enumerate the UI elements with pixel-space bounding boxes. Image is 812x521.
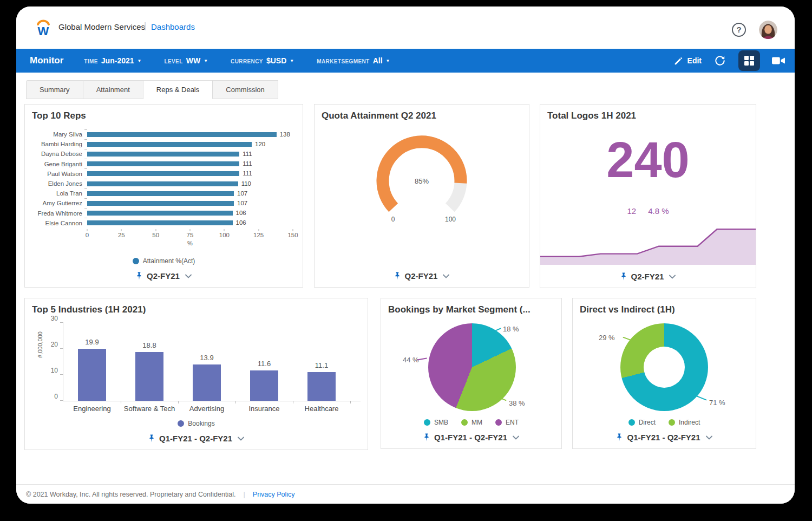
rep-bar[interactable] xyxy=(87,152,239,157)
video-button[interactable] xyxy=(772,54,785,67)
filter-level[interactable]: LEVEL WW ▼ xyxy=(164,56,208,65)
edit-button[interactable]: Edit xyxy=(674,56,702,66)
pin-selector[interactable]: Q1-FY21 - Q2-FY21 xyxy=(25,434,368,443)
x-axis-tick xyxy=(121,401,121,403)
y-axis-label: 10 xyxy=(51,367,58,374)
rep-value: 106 xyxy=(236,210,246,216)
industry-label: Software & Tech xyxy=(124,405,175,413)
tab-commission[interactable]: Commission xyxy=(213,80,278,99)
pin-selector[interactable]: Q2-FY21 xyxy=(315,271,529,281)
card-title: Direct vs Indirect (1H) xyxy=(580,304,675,315)
rep-row: Bambi Harding120 xyxy=(31,139,293,149)
rep-bar[interactable] xyxy=(87,181,238,186)
rep-name: Freda Whitmore xyxy=(31,210,87,217)
segment-pie-chart[interactable] xyxy=(428,323,516,411)
chevron-down-icon[interactable] xyxy=(185,274,192,278)
rep-bar[interactable] xyxy=(87,142,252,147)
legend-dot xyxy=(669,419,675,426)
kpi-big-number: 240 xyxy=(540,135,756,185)
legend-item: Direct xyxy=(628,419,656,426)
legend-label: MM xyxy=(472,419,482,426)
dashboards-link[interactable]: Dashboards xyxy=(151,22,195,31)
user-avatar[interactable] xyxy=(759,21,777,39)
pin-selector[interactable]: Q1-FY21 - Q2-FY21 xyxy=(381,433,561,442)
rep-bar-track: 138 xyxy=(87,132,293,137)
tab-attainment[interactable]: Attainment xyxy=(83,80,143,99)
rep-name: Paul Watson xyxy=(31,171,87,177)
spark-area xyxy=(540,229,756,265)
rep-bar[interactable] xyxy=(87,161,239,166)
industry-bar[interactable] xyxy=(250,370,278,401)
rep-bar[interactable] xyxy=(87,191,234,196)
legend-label: Indirect xyxy=(679,419,700,426)
dashboard-toolbar: Monitor TIME Jun-2021 ▼ LEVEL WW ▼ CURRE… xyxy=(16,49,795,73)
rep-bar[interactable] xyxy=(87,132,277,137)
legend-label: SMB xyxy=(434,419,448,426)
toolbar-actions: Edit xyxy=(674,49,785,73)
card-title: Bookings by Market Segment (... xyxy=(388,304,531,315)
filter-currency[interactable]: CURRENCY $USD ▼ xyxy=(231,56,294,65)
refresh-button[interactable] xyxy=(713,54,726,67)
card-bookings-by-segment: Bookings by Market Segment (... 18 % 38 … xyxy=(381,298,562,449)
rep-bar-track: 120 xyxy=(87,142,293,147)
legend-dot xyxy=(133,258,139,264)
legend-dot xyxy=(178,420,184,427)
pin-icon xyxy=(616,433,623,442)
chevron-down-icon[interactable] xyxy=(669,275,676,279)
rep-bar[interactable] xyxy=(87,220,233,225)
card-title: Total Logos 1H 2021 xyxy=(547,110,636,121)
filter-time[interactable]: TIME Jun-2021 ▼ xyxy=(84,56,141,65)
legend-item: SMB xyxy=(424,419,448,426)
pin-selector[interactable]: Q2-FY21 xyxy=(540,272,756,281)
workday-logo-icon[interactable]: W xyxy=(34,17,53,38)
industry-bar[interactable] xyxy=(78,349,106,401)
rep-row: Lola Tran107 xyxy=(31,188,293,198)
industry-bar[interactable] xyxy=(307,372,336,401)
chevron-down-icon[interactable] xyxy=(513,435,519,440)
x-axis-label: 25 xyxy=(118,232,125,238)
rep-name: Dayna Debose xyxy=(31,151,87,157)
legend-label: ENT xyxy=(506,419,519,426)
gauge-value-arc xyxy=(383,142,461,207)
tab-reps-deals[interactable]: Reps & Deals xyxy=(143,80,213,99)
chevron-down-icon[interactable] xyxy=(238,437,244,441)
dashboard-title: Monitor xyxy=(30,55,63,66)
rep-row: Elsie Cannon106 xyxy=(31,218,293,228)
kpi-delta-row: 12 4.8 % xyxy=(540,206,756,216)
rep-bar[interactable] xyxy=(87,211,233,216)
rep-bar[interactable] xyxy=(87,201,234,206)
gauge-chart[interactable]: 85% 0 100 xyxy=(359,132,484,229)
pin-selector[interactable]: Q1-FY21 - Q2-FY21 xyxy=(573,433,756,442)
tab-summary[interactable]: Summary xyxy=(26,80,83,99)
pin-icon xyxy=(620,272,627,281)
rep-bar-track: 106 xyxy=(87,220,293,225)
legend-label: Attainment %(Act) xyxy=(143,257,195,265)
filter-label: TIME xyxy=(84,58,98,64)
legend-dot xyxy=(424,419,430,426)
legend-row: SMBMMENT xyxy=(381,419,561,426)
industry-bar[interactable] xyxy=(135,352,163,401)
pin-icon xyxy=(148,434,155,443)
bar-value-label: 13.9 xyxy=(200,354,213,362)
chevron-down-icon[interactable] xyxy=(706,435,712,440)
filter-value: $USD xyxy=(266,56,286,65)
direct-donut-chart[interactable] xyxy=(620,323,708,411)
chevron-down-icon[interactable] xyxy=(443,274,449,278)
grid-view-button[interactable] xyxy=(738,50,760,71)
pin-icon xyxy=(394,272,401,281)
filter-value: Jun-2021 xyxy=(101,56,134,65)
privacy-policy-link[interactable]: Privacy Policy xyxy=(253,491,295,498)
industry-bar[interactable] xyxy=(193,364,221,401)
filter-marketsegment[interactable]: MARKETSEGMENT All ▼ xyxy=(317,56,390,65)
rep-bar[interactable] xyxy=(87,171,239,176)
rep-row: Paul Watson111 xyxy=(31,169,293,179)
x-axis-label: 100 xyxy=(219,232,230,238)
help-icon[interactable]: ? xyxy=(732,23,746,37)
x-axis-unit: % xyxy=(187,240,193,246)
pin-selector[interactable]: Q2-FY21 xyxy=(25,271,303,281)
rep-row: Freda Whitmore106 xyxy=(31,209,293,218)
edit-label: Edit xyxy=(687,56,702,65)
sparkline-area-chart[interactable] xyxy=(540,225,756,265)
card-title: Top 5 Industries (1H 2021) xyxy=(32,304,146,315)
x-axis-tick xyxy=(293,401,293,403)
